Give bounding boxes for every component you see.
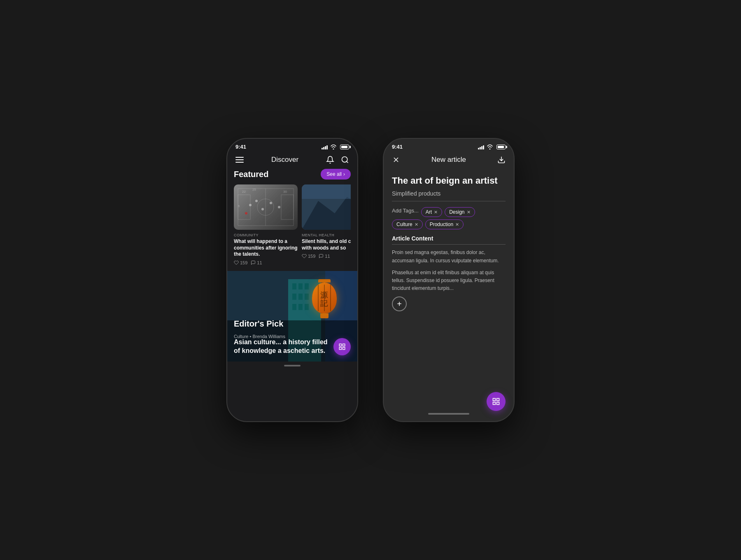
tag-culture[interactable]: Culture ✕	[392, 219, 423, 229]
tags-row-2: Culture ✕ Production ✕	[392, 219, 506, 229]
battery-icon-right	[496, 145, 506, 149]
add-content-button[interactable]: +	[392, 296, 407, 311]
svg-text:22: 22	[242, 190, 246, 194]
svg-rect-27	[292, 304, 296, 310]
see-all-button[interactable]: See all ›	[321, 169, 351, 180]
wifi-icon-right	[487, 145, 493, 149]
article-nav: New article	[384, 152, 514, 169]
status-bar-left: 9:41	[227, 139, 357, 152]
svg-rect-4	[238, 195, 250, 219]
wifi-icon	[331, 145, 336, 149]
svg-rect-35	[343, 344, 345, 346]
svg-text:源: 源	[320, 291, 328, 299]
editors-pick-bg: 源 記 Editor's Pick Culture • Brenda Willi…	[227, 271, 357, 362]
card-1-category: COMMUNITY	[234, 233, 298, 237]
svg-rect-36	[339, 347, 341, 349]
nav-icons	[326, 156, 349, 164]
left-phone: 9:41 Di	[226, 138, 358, 422]
svg-point-11	[255, 200, 258, 202]
save-article-button[interactable]	[487, 392, 506, 411]
svg-rect-25	[298, 294, 303, 300]
content-section-title: Article Content	[392, 235, 506, 245]
svg-point-0	[342, 157, 347, 162]
card-image-2	[302, 184, 351, 230]
card-2-title: Silent hills, and old cavern with woods …	[302, 238, 351, 251]
article-subtitle: Simplified products	[392, 190, 506, 201]
tags-section: Add Tags... Art ✕ Design ✕ Culture ✕ Pro…	[392, 207, 506, 229]
time-right: 9:41	[392, 144, 403, 150]
remove-culture-tag[interactable]: ✕	[415, 222, 418, 227]
svg-rect-34	[339, 344, 341, 346]
close-icon[interactable]	[392, 156, 400, 164]
expand-button[interactable]	[333, 338, 351, 355]
svg-point-12	[261, 208, 264, 210]
card-2-comments: 11	[319, 254, 330, 259]
svg-rect-43	[493, 402, 496, 405]
svg-rect-5	[281, 195, 294, 219]
scroll-indicator	[227, 362, 357, 370]
signal-icon-right	[478, 145, 484, 149]
nav-bar-left: Discover	[227, 152, 357, 169]
featured-title: Featured	[234, 170, 268, 179]
card-1-actions: 159 11	[234, 260, 298, 265]
svg-rect-41	[493, 399, 496, 401]
status-icons-right	[478, 145, 506, 149]
card-image-1: 22 25 30 6	[234, 184, 298, 230]
svg-point-14	[278, 206, 280, 208]
cards-row: 22 25 30 6 COMMUNITY What will happen	[234, 184, 351, 265]
article-body-paragraph2: Phasellus at enim id elit finibus aliqua…	[392, 269, 506, 293]
status-icons-left	[322, 145, 349, 149]
bell-icon[interactable]	[326, 156, 334, 164]
remove-design-tag[interactable]: ✕	[467, 210, 471, 215]
editors-pick-section: 源 記 Editor's Pick Culture • Brenda Willi…	[227, 271, 357, 362]
card-1-comments: 11	[251, 260, 262, 265]
svg-point-15	[245, 212, 247, 215]
svg-point-10	[249, 204, 252, 206]
card-2-actions: 159 11	[302, 254, 351, 259]
svg-text:6: 6	[238, 204, 240, 208]
featured-section: Featured See all › 22	[227, 169, 357, 265]
tag-design[interactable]: Design ✕	[445, 207, 475, 217]
card-1-title: What will happend to a communities after…	[234, 238, 298, 258]
search-icon[interactable]	[341, 156, 349, 164]
card-2-likes: 159	[302, 254, 315, 259]
svg-rect-22	[298, 283, 303, 289]
svg-rect-21	[292, 283, 296, 289]
article-body-paragraph1: Proin sed magna egestas, finibus dolor a…	[392, 249, 506, 264]
svg-rect-44	[497, 402, 499, 405]
remove-production-tag[interactable]: ✕	[455, 222, 459, 227]
svg-rect-28	[298, 304, 303, 310]
svg-rect-18	[302, 184, 351, 199]
tag-production[interactable]: Production ✕	[425, 219, 464, 229]
editors-pick-title: Asian culture... a history filled of kno…	[234, 338, 333, 355]
status-bar-right: 9:41	[384, 139, 514, 152]
svg-text:30: 30	[283, 190, 287, 194]
battery-icon	[340, 145, 349, 149]
article-main-title: The art of beign an artist	[392, 175, 506, 186]
new-article-title: New article	[431, 156, 466, 164]
card-1[interactable]: 22 25 30 6 COMMUNITY What will happen	[234, 184, 298, 265]
svg-rect-37	[343, 347, 345, 349]
svg-text:25: 25	[252, 188, 256, 191]
card-1-likes: 159	[234, 260, 247, 265]
remove-art-tag[interactable]: ✕	[434, 210, 438, 215]
svg-rect-42	[497, 399, 499, 401]
card-2-category: MENTAL HEALTH	[302, 233, 351, 237]
svg-rect-24	[292, 294, 296, 300]
card-2[interactable]: MENTAL HEALTH Silent hills, and old cave…	[302, 184, 351, 265]
discover-title: Discover	[271, 156, 298, 164]
featured-header: Featured See all ›	[234, 169, 351, 180]
signal-icon	[322, 145, 328, 149]
right-phone: 9:41	[383, 138, 515, 422]
tags-label: Add Tags...	[392, 208, 419, 214]
svg-point-13	[270, 202, 272, 204]
home-indicator-right	[384, 410, 514, 418]
download-icon[interactable]	[497, 156, 506, 164]
time-left: 9:41	[235, 144, 246, 150]
editors-pick-label: Editor's Pick	[234, 319, 283, 329]
tag-art[interactable]: Art ✕	[421, 207, 442, 217]
svg-text:記: 記	[320, 299, 328, 308]
menu-icon[interactable]	[235, 157, 244, 163]
article-content: The art of beign an artist Simplified pr…	[384, 169, 514, 318]
lantern: 源 記	[308, 279, 341, 320]
